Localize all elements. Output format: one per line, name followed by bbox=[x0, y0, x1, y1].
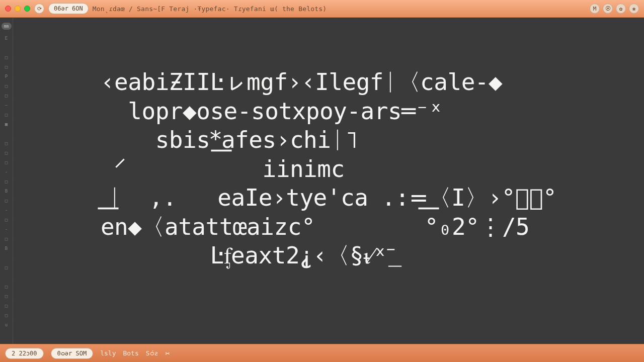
ruler-tick bbox=[5, 138, 8, 148]
ruler-tick bbox=[5, 205, 8, 215]
menu-button[interactable]: ❀ bbox=[629, 4, 639, 14]
ruler-tick bbox=[5, 33, 8, 43]
ruler-units-label[interactable]: mm bbox=[2, 23, 12, 30]
titlebar: ⟳ 06ər 6ON Monˎɾdaœ / Sans~[F Teraj ·Ŧyp… bbox=[0, 0, 644, 18]
search-button[interactable]: ⦿ bbox=[603, 4, 613, 14]
ruler-tick bbox=[5, 282, 8, 291]
mode-indicator[interactable]: 0ᴑər SOM bbox=[51, 348, 94, 359]
gear-icon: ✿ bbox=[619, 6, 623, 12]
ruler-tick bbox=[5, 157, 8, 167]
minimize-icon[interactable] bbox=[15, 6, 21, 12]
window-controls bbox=[5, 6, 30, 12]
ruler-tick bbox=[5, 100, 8, 110]
ruler-tick bbox=[5, 291, 8, 301]
m-button[interactable]: M bbox=[590, 4, 600, 14]
menu-icon: ❀ bbox=[632, 6, 636, 12]
ruler-tick bbox=[5, 196, 8, 205]
status-segment-3[interactable]: Sᴑ́ƨ bbox=[146, 349, 158, 357]
search-icon: ⦿ bbox=[605, 6, 611, 12]
ruler-tick bbox=[5, 52, 8, 62]
mode-indicator-label: 0ᴑər SOM bbox=[57, 350, 87, 357]
refresh-icon: ⟳ bbox=[37, 6, 42, 12]
ruler-ticks bbox=[5, 33, 8, 329]
ruler-tick bbox=[5, 129, 8, 138]
vertical-ruler: mm bbox=[0, 18, 13, 344]
cursor-coordinates[interactable]: 2 22ɔ00 bbox=[5, 348, 44, 359]
zoom-level-display[interactable]: 06ər 6ON bbox=[48, 3, 89, 14]
ruler-tick bbox=[5, 253, 8, 262]
ruler-tick bbox=[5, 71, 8, 81]
ruler-tick bbox=[5, 90, 8, 100]
cursor-coordinates-label: 2 22ɔ00 bbox=[12, 350, 37, 357]
workspace: mm ‹eabiƵIIĿㇾmgf›‹Ilegfᛁ〈cale-◆ lopr◆ose… bbox=[0, 18, 644, 344]
ruler-tick bbox=[5, 234, 8, 243]
settings-button[interactable]: ✿ bbox=[616, 4, 626, 14]
zoom-icon[interactable] bbox=[24, 6, 30, 12]
ruler-tick bbox=[5, 320, 8, 329]
ruler-tick bbox=[5, 262, 8, 272]
ruler-tick bbox=[5, 272, 8, 282]
scissors-icon[interactable]: ✂ bbox=[165, 349, 170, 358]
ruler-tick bbox=[5, 119, 8, 129]
ruler-tick bbox=[5, 310, 8, 320]
ruler-tick bbox=[5, 81, 8, 90]
ruler-tick bbox=[5, 224, 8, 234]
statusbar: 2 22ɔ00 0ᴑər SOM lsly Bots Sᴑ́ƨ ✂ bbox=[0, 344, 644, 362]
status-segment-1[interactable]: lsly bbox=[100, 349, 116, 357]
title-toolbar: M ⦿ ✿ ❀ bbox=[590, 4, 639, 14]
window-title: Monˎɾdaœ / Sans~[F Teraj ·Ŧypefac· Tɾyef… bbox=[93, 5, 327, 13]
m-icon: M bbox=[593, 6, 597, 12]
status-segment-2[interactable]: Bots bbox=[123, 349, 138, 357]
ruler-tick bbox=[5, 243, 8, 253]
ruler-tick bbox=[5, 167, 8, 176]
ruler-tick bbox=[5, 176, 8, 186]
zoom-level-label: 06ər 6ON bbox=[54, 5, 83, 12]
ruler-tick bbox=[5, 215, 8, 224]
ruler-tick bbox=[5, 62, 8, 71]
ruler-tick bbox=[5, 43, 8, 52]
ruler-tick bbox=[5, 110, 8, 119]
ruler-tick bbox=[5, 301, 8, 310]
canvas[interactable]: ‹eabiƵIIĿㇾmgf›‹Ilegfᛁ〈cale-◆ lopr◆ose-so… bbox=[13, 18, 644, 344]
refresh-button[interactable]: ⟳ bbox=[34, 4, 44, 14]
glyph-specimen: ‹eabiƵIIĿㇾmgf›‹Ilegfᛁ〈cale-◆ lopr◆ose-so… bbox=[101, 68, 556, 270]
ruler-tick bbox=[5, 186, 8, 196]
close-icon[interactable] bbox=[5, 6, 11, 12]
ruler-tick bbox=[5, 148, 8, 157]
